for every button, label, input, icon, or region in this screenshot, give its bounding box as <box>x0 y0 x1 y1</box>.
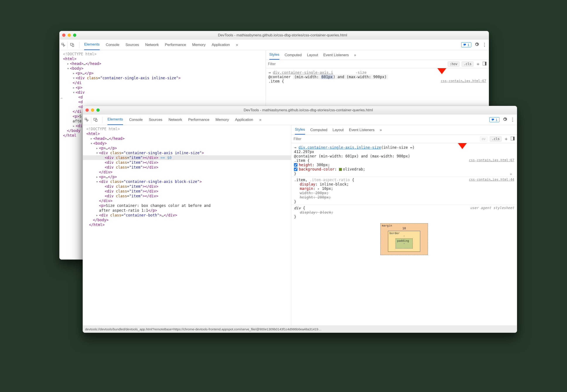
container-link[interactable]: div.container-single-axis.inline-size <box>298 145 381 150</box>
main-toolbar: Elements Console Sources Network Perform… <box>60 39 489 50</box>
tab-sources[interactable]: Sources <box>125 39 139 50</box>
hov-toggle[interactable]: :hov <box>448 61 460 67</box>
color-swatch-icon[interactable] <box>339 168 342 171</box>
window-controls <box>62 34 76 37</box>
subtab-computed[interactable]: Computed <box>284 53 302 57</box>
source-link[interactable]: css-contain…ies.html:67 <box>469 158 514 162</box>
subtabs-overflow[interactable]: » <box>354 53 356 57</box>
tab-memory[interactable]: Memory <box>192 39 205 50</box>
console-message-count[interactable]: 1 <box>461 42 471 47</box>
tab-memory[interactable]: Memory <box>215 114 229 125</box>
minimize-window-icon[interactable] <box>68 34 71 37</box>
add-declaration-icon[interactable]: ＋ <box>509 171 514 177</box>
tabs-overflow[interactable]: » <box>259 114 261 125</box>
source-link[interactable]: css-contain…ies.html:67 <box>441 79 486 83</box>
tab-performance[interactable]: Performance <box>188 114 209 125</box>
console-message-count[interactable]: 1 <box>489 117 499 122</box>
tab-console[interactable]: Console <box>106 39 119 50</box>
tab-network[interactable]: Network <box>169 114 182 125</box>
tab-console[interactable]: Console <box>129 114 143 125</box>
declaration-checkbox[interactable] <box>294 168 298 171</box>
window-title: DevTools - mathiasbynens.github.io/css-d… <box>102 108 514 112</box>
main-tabs: Elements Console Sources Network Perform… <box>82 39 238 50</box>
subtab-event-listeners[interactable]: Event Listeners <box>323 53 349 57</box>
settings-icon[interactable] <box>474 42 479 47</box>
selected-dom-node[interactable]: <div class="item"></div>== $0 <box>83 155 291 160</box>
tab-elements[interactable]: Elements <box>107 114 123 125</box>
box-model: margin 10 border - padding - <box>291 220 517 258</box>
filter-input[interactable] <box>294 137 477 141</box>
cls-toggle[interactable]: .cls <box>490 136 502 141</box>
settings-icon[interactable] <box>502 117 507 122</box>
devtools-window-front: DevTools - mathiasbynens.github.io/css-d… <box>83 106 517 333</box>
dom-tree[interactable]: <!DOCTYPE html> <html> ▸<head>…</head> ▾… <box>83 125 291 326</box>
styles-pane: Styles Computed Layout Event Listeners »… <box>291 125 517 326</box>
titlebar: DevTools - mathiasbynens.github.io/css-d… <box>83 106 517 114</box>
toolbar-right: 1 ⋮ <box>461 42 487 48</box>
add-rule-icon[interactable]: ＋ <box>504 136 508 142</box>
svg-rect-5 <box>95 119 97 122</box>
close-window-icon[interactable] <box>62 34 65 37</box>
declaration-checkbox[interactable] <box>294 163 298 167</box>
annotation-arrow-icon <box>454 143 471 151</box>
main-toolbar: Elements Console Sources Network Perform… <box>83 114 517 125</box>
tab-sources[interactable]: Sources <box>149 114 162 125</box>
window-title: DevTools - mathiasbynens.github.io/css-d… <box>79 33 486 38</box>
tab-application[interactable]: Application <box>212 39 230 50</box>
svg-rect-3 <box>485 62 486 65</box>
tab-elements[interactable]: Elements <box>84 39 100 50</box>
window-controls <box>86 109 100 112</box>
inspect-icon[interactable] <box>61 42 68 48</box>
subtab-layout[interactable]: Layout <box>333 128 344 132</box>
tab-network[interactable]: Network <box>145 39 159 50</box>
hov-toggle[interactable]: ov <box>480 136 488 141</box>
source-link[interactable]: css-contain…ies.html:44 <box>469 178 514 182</box>
titlebar: DevTools - mathiasbynens.github.io/css-d… <box>60 31 489 39</box>
subtab-layout[interactable]: Layout <box>307 53 318 57</box>
gutter-dots-icon[interactable]: ⋯ <box>60 96 63 100</box>
cls-toggle[interactable]: .cls <box>462 61 474 67</box>
device-toggle-icon[interactable] <box>93 116 100 123</box>
subtab-styles[interactable]: Styles <box>295 125 305 135</box>
toolbar-right: 1 ⋮ <box>489 117 515 123</box>
svg-rect-1 <box>72 44 74 47</box>
tab-performance[interactable]: Performance <box>165 39 186 50</box>
add-rule-icon[interactable]: ＋ <box>476 61 480 67</box>
device-toggle-icon[interactable] <box>70 42 76 48</box>
tabs-overflow[interactable]: » <box>236 39 238 50</box>
dock-icon[interactable] <box>483 62 487 66</box>
kebab-menu-icon[interactable]: ⋮ <box>510 117 515 123</box>
subtab-event-listeners[interactable]: Event Listeners <box>349 128 374 132</box>
kebab-menu-icon[interactable]: ⋮ <box>482 42 487 48</box>
tab-application[interactable]: Application <box>235 114 253 125</box>
subtabs-overflow[interactable]: » <box>380 128 382 132</box>
inspect-icon[interactable] <box>85 116 91 123</box>
filter-input[interactable] <box>268 62 446 66</box>
dock-icon[interactable] <box>511 137 515 141</box>
subtab-computed[interactable]: Computed <box>310 128 327 132</box>
close-window-icon[interactable] <box>86 109 89 112</box>
zoom-window-icon[interactable] <box>73 34 76 37</box>
zoom-window-icon[interactable] <box>96 109 100 112</box>
subtab-styles[interactable]: Styles <box>269 50 279 60</box>
status-bar: devtools://devtools/bundled/devtools_app… <box>83 326 517 333</box>
svg-rect-7 <box>513 137 514 140</box>
annotation-arrow-icon <box>433 68 450 76</box>
minimize-window-icon[interactable] <box>91 109 94 112</box>
main-tabs: Elements Console Sources Network Perform… <box>105 114 261 125</box>
